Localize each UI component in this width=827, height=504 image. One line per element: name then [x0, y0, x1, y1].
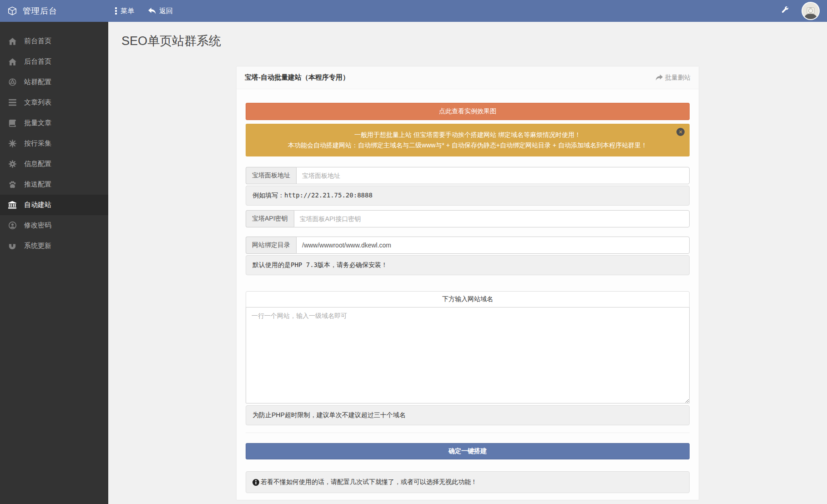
- bind-dir-group: 网站绑定目录: [246, 237, 690, 254]
- sidebar-item-label: 文章列表: [24, 98, 51, 107]
- domains-limit-note: 为防止PHP超时限制，建议单次不建议超过三十个域名: [246, 405, 690, 425]
- note-label: 版本，请务必确保安装！: [318, 261, 388, 268]
- menu-button[interactable]: 菜单: [115, 7, 134, 15]
- panel-body: 点此查看实例效果图 一般用于想批量上站 但宝塔需要手动挨个搭建网站 绑定域名等麻…: [237, 89, 699, 500]
- cube-icon: [7, 6, 17, 16]
- sidebar-item-sitegroup-config[interactable]: 站群配置: [0, 72, 108, 92]
- alert-close-icon[interactable]: ✕: [676, 128, 685, 136]
- sidebar-item-auto-build[interactable]: 自动建站: [0, 195, 108, 215]
- sidebar-item-front-home[interactable]: 前台首页: [0, 31, 108, 51]
- panel-address-input[interactable]: [296, 167, 690, 184]
- sidebar-item-label: 站群配置: [24, 78, 51, 86]
- brand[interactable]: 管理后台: [0, 5, 108, 16]
- share-arrow-icon: [656, 74, 663, 81]
- sidebar-item-info-config[interactable]: 信息配置: [0, 154, 108, 174]
- batch-delete-link[interactable]: 批量删站: [656, 74, 691, 82]
- sidebar-item-system-update[interactable]: 系统更新: [0, 236, 108, 256]
- note-label: 例如填写：: [252, 192, 284, 199]
- gear-icon: [8, 160, 17, 168]
- main-content: SEO单页站群系统 宝塔-自动批量建站（本程序专用） 批量删站 点此查看实例效果…: [108, 22, 827, 504]
- baota-panel: 宝塔-自动批量建站（本程序专用） 批量删站 点此查看实例效果图 一般用于想批量上…: [236, 66, 699, 500]
- domains-textarea[interactable]: [246, 307, 690, 403]
- back-button[interactable]: 返回: [148, 7, 173, 15]
- ellipsis-vertical-icon: [115, 7, 117, 15]
- usage-alert: 一般用于想批量上站 但宝塔需要手动挨个搭建网站 绑定域名等麻烦情况时使用！ 本功…: [246, 124, 690, 156]
- list-icon: [8, 99, 17, 106]
- panel-title: 宝塔-自动批量建站（本程序专用）: [245, 73, 349, 82]
- burst-icon: [8, 140, 17, 147]
- api-key-input[interactable]: [294, 210, 690, 227]
- note-label: 默认使用的是: [252, 261, 291, 268]
- sidebar-item-admin-home[interactable]: 后台首页: [0, 51, 108, 72]
- footer-note: 若看不懂如何使用的话，请配置几次试下就懂了，或者可以选择无视此功能！: [246, 471, 690, 493]
- menu-label: 菜单: [121, 7, 134, 15]
- bank-icon: [8, 201, 17, 209]
- sidebar-item-push-config[interactable]: 推送配置: [0, 174, 108, 195]
- paw-icon: [8, 181, 17, 188]
- reply-arrow-icon: [148, 7, 156, 15]
- alert-line1: 一般用于想批量上站 但宝塔需要手动挨个搭建网站 绑定域名等麻烦情况时使用！: [267, 130, 668, 140]
- php-version-note: 默认使用的是PHP 7.3版本，请务必确保安装！: [246, 255, 690, 275]
- globe-icon: [8, 78, 17, 86]
- batch-delete-label: 批量删站: [665, 74, 691, 82]
- sidebar-item-change-password[interactable]: 修改密码: [0, 215, 108, 236]
- sidebar: 前台首页 后台首页 站群配置 文章列表 批量文章 按行采集 信息配置 推送配置 …: [0, 22, 108, 504]
- back-label: 返回: [159, 7, 173, 15]
- sidebar-item-label: 系统更新: [24, 242, 51, 250]
- book-icon: [8, 120, 17, 127]
- submit-build-button[interactable]: 确定一键搭建: [246, 443, 690, 459]
- home-icon: [8, 58, 17, 66]
- sidebar-item-label: 按行采集: [24, 139, 51, 148]
- magnet-icon: [8, 242, 17, 250]
- alert-line2: 本功能会自动搭建网站：自动绑定主域名与二级www与* + 自动保存伪静态+自动绑…: [267, 140, 668, 151]
- bind-dir-label: 网站绑定目录: [246, 237, 296, 254]
- api-key-group: 宝塔API密钥: [246, 210, 690, 227]
- note-code: http://22.21.75.20:8888: [284, 192, 373, 199]
- divider: [246, 433, 690, 433]
- panel-address-note: 例如填写：http://22.21.75.20:8888: [246, 186, 690, 206]
- page-title: SEO单页站群系统: [108, 33, 827, 49]
- user-avatar[interactable]: [802, 2, 820, 20]
- domains-header: 下方输入网站域名: [246, 291, 690, 307]
- note-code: PHP 7.3: [291, 261, 318, 268]
- panel-address-group: 宝塔面板地址: [246, 167, 690, 184]
- sidebar-item-line-collect[interactable]: 按行采集: [0, 133, 108, 154]
- sidebar-item-label: 修改密码: [24, 221, 51, 230]
- panel-address-label: 宝塔面板地址: [246, 167, 296, 184]
- sidebar-item-label: 后台首页: [24, 57, 51, 66]
- brand-title: 管理后台: [23, 5, 57, 16]
- sidebar-item-batch-article[interactable]: 批量文章: [0, 113, 108, 133]
- home-icon: [8, 38, 17, 45]
- wrench-icon[interactable]: [781, 6, 789, 16]
- bind-dir-input[interactable]: [296, 237, 690, 254]
- sidebar-item-label: 自动建站: [24, 201, 51, 209]
- panel-header: 宝塔-自动批量建站（本程序专用） 批量删站: [237, 66, 699, 89]
- sidebar-item-label: 前台首页: [24, 37, 51, 45]
- top-header: 管理后台 菜单 返回: [0, 0, 827, 22]
- api-key-label: 宝塔API密钥: [246, 210, 294, 227]
- user-circle-icon: [8, 222, 17, 229]
- sidebar-item-article-list[interactable]: 文章列表: [0, 92, 108, 113]
- info-icon: [252, 479, 259, 486]
- sidebar-item-label: 信息配置: [24, 160, 51, 168]
- sidebar-item-label: 批量文章: [24, 119, 51, 127]
- sidebar-item-label: 推送配置: [24, 180, 51, 189]
- footer-note-text: 若看不懂如何使用的话，请配置几次试下就懂了，或者可以选择无视此功能！: [261, 478, 477, 486]
- view-example-button[interactable]: 点此查看实例效果图: [246, 103, 690, 120]
